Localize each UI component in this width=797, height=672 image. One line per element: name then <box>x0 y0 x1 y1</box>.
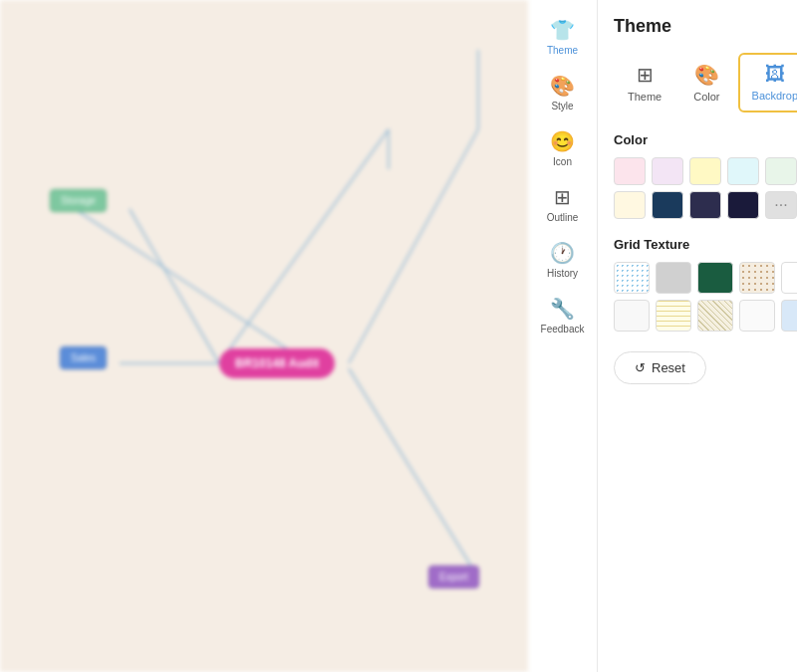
sidebar-item-theme[interactable]: 👕 Theme <box>531 10 595 64</box>
svg-line-0 <box>130 209 219 363</box>
color-swatch-mint[interactable] <box>727 157 759 185</box>
tab-color-label: Color <box>693 91 719 103</box>
sidebar: 👕 Theme 🎨 Style 😊 Icon ⊞ Outline 🕐 Histo… <box>528 0 598 672</box>
texture-section-label: Grid Texture <box>614 237 781 252</box>
panel-title: Theme <box>614 16 781 37</box>
svg-line-5 <box>60 199 309 363</box>
tab-theme-label: Theme <box>628 91 662 103</box>
texture-beige-dot[interactable] <box>739 262 775 294</box>
texture-blue-light[interactable] <box>781 300 797 332</box>
mindmap-canvas: Storage Sales BR10148 Audit Export <box>0 0 528 672</box>
sidebar-item-icon[interactable]: 😊 Icon <box>531 121 595 175</box>
sidebar-item-theme-label: Theme <box>547 45 578 56</box>
sidebar-item-feedback[interactable]: 🔧 Feedback <box>531 289 595 342</box>
texture-dark-green[interactable] <box>697 262 733 294</box>
color-swatch-yellow[interactable] <box>689 157 721 185</box>
color-section-label: Color <box>614 132 781 147</box>
reset-icon: ↺ <box>635 360 646 375</box>
sidebar-item-outline[interactable]: ⊞ Outline <box>531 177 595 231</box>
sales-node[interactable]: Sales <box>60 346 107 369</box>
tab-color[interactable]: 🎨 Color <box>679 53 733 112</box>
icon-icon: 😊 <box>550 129 575 153</box>
color-swatch-pink[interactable] <box>614 157 646 185</box>
sidebar-item-style-label: Style <box>551 101 573 112</box>
texture-yellow-lines[interactable] <box>656 300 691 332</box>
texture-gray[interactable] <box>656 262 691 294</box>
content-panel: Theme ⊞ Theme 🎨 Color 🖼 Backdrop Color <box>598 0 797 672</box>
tab-backdrop-icon: 🖼 <box>765 63 785 86</box>
tab-backdrop-label: Backdrop <box>752 90 797 102</box>
sidebar-item-history-label: History <box>547 268 578 279</box>
tab-theme-icon: ⊞ <box>637 63 654 87</box>
svg-line-4 <box>349 368 478 577</box>
texture-white2[interactable] <box>614 300 650 332</box>
tabs-row: ⊞ Theme 🎨 Color 🖼 Backdrop <box>614 53 781 112</box>
reset-label: Reset <box>652 360 685 375</box>
sidebar-item-style[interactable]: 🎨 Style <box>531 66 595 119</box>
color-swatch-more[interactable]: ··· <box>765 191 797 219</box>
texture-diagonal[interactable] <box>697 300 733 332</box>
sidebar-item-feedback-label: Feedback <box>541 324 585 335</box>
right-panel: 👕 Theme 🎨 Style 😊 Icon ⊞ Outline 🕐 Histo… <box>528 0 797 672</box>
tab-backdrop[interactable]: 🖼 Backdrop <box>738 53 797 112</box>
texture-white3[interactable] <box>739 300 775 332</box>
color-swatch-cream[interactable] <box>614 191 646 219</box>
central-node[interactable]: BR10148 Audit <box>219 348 335 378</box>
history-icon: 🕐 <box>550 241 575 265</box>
export-node[interactable]: Export <box>428 565 479 588</box>
outline-icon: ⊞ <box>554 185 571 209</box>
reset-button[interactable]: ↺ Reset <box>614 351 706 384</box>
texture-white[interactable] <box>781 262 797 294</box>
feedback-icon: 🔧 <box>550 297 575 321</box>
texture-dots-blue[interactable] <box>614 262 650 294</box>
color-grid: ··· <box>614 157 781 219</box>
color-swatch-dark-navy[interactable] <box>727 191 759 219</box>
storage-node[interactable]: Storage <box>50 189 107 212</box>
sidebar-item-icon-label: Icon <box>553 156 572 167</box>
texture-grid <box>614 262 781 332</box>
color-swatch-green-light[interactable] <box>765 157 797 185</box>
tab-color-icon: 🎨 <box>694 63 719 87</box>
theme-icon: 👕 <box>550 18 575 42</box>
tab-theme[interactable]: ⊞ Theme <box>614 53 675 112</box>
color-swatch-navy[interactable] <box>652 191 683 219</box>
svg-line-3 <box>349 129 478 363</box>
style-icon: 🎨 <box>550 74 575 98</box>
svg-line-2 <box>219 129 389 363</box>
color-swatch-lavender[interactable] <box>652 157 683 185</box>
sidebar-item-history[interactable]: 🕐 History <box>531 233 595 287</box>
sidebar-item-outline-label: Outline <box>547 212 579 223</box>
color-swatch-dark-purple[interactable] <box>689 191 721 219</box>
